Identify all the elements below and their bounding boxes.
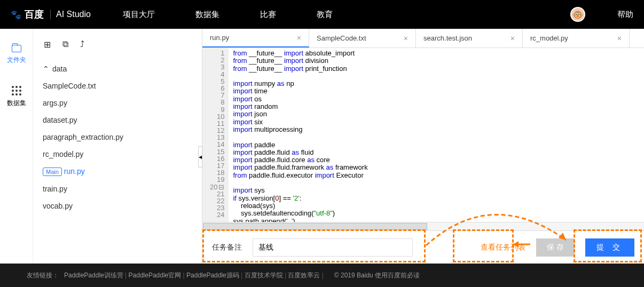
tab-label: SampleCode.txt [317, 34, 366, 42]
nav-datasets[interactable]: 数据集 [195, 10, 219, 20]
main-area: 文件夹 数据集 ⊞ ⧉ ⤴ ⌃ data SampleCode.txtargs.… [0, 29, 644, 264]
horizontal-scrollbar[interactable] [202, 222, 644, 230]
file-name: rc_model.py [43, 150, 83, 158]
rail-datasets-label: 数据集 [7, 99, 26, 108]
footer-link[interactable]: 百度技术学院 [245, 272, 283, 279]
submit-button[interactable]: 提 交 [585, 238, 634, 257]
page-footer: 友情链接： PaddlePaddle训练营 | PaddlePaddle官网 |… [0, 264, 644, 287]
scrollbar-thumb[interactable] [203, 223, 427, 230]
tree-file[interactable]: Mainrun.py [41, 163, 194, 180]
file-name: args.py [43, 99, 67, 107]
nav-competitions[interactable]: 比赛 [260, 10, 276, 20]
file-name: paragraph_extraction.py [43, 133, 123, 141]
file-name: train.py [43, 185, 67, 193]
baidu-logo-text: 百度 [25, 8, 44, 21]
tree-file[interactable]: paragraph_extraction.py [41, 129, 194, 146]
footer-link[interactable]: PaddlePaddle官网 [129, 272, 182, 279]
folder-icon [12, 45, 21, 52]
file-name: vocab.py [43, 202, 73, 210]
footer-link[interactable]: PaddlePaddle源码 [186, 272, 239, 279]
tree-file[interactable]: dataset.py [41, 111, 194, 129]
tree-file[interactable]: SampleCode.txt [41, 77, 194, 94]
code-content[interactable]: from __future__ import absolute_importfr… [229, 48, 372, 222]
studio-logo-text: AI Studio [50, 10, 91, 19]
paw-icon: 🐾 [11, 10, 21, 20]
nav-education[interactable]: 教育 [317, 10, 333, 20]
note-label: 任务备注 [212, 243, 242, 252]
top-header: 🐾 百度 AI Studio 项目大厅 数据集 比赛 教育 🐵 帮助 [0, 0, 644, 29]
new-file-icon[interactable]: ⊞ [44, 39, 51, 50]
tree-file[interactable]: args.py [41, 94, 194, 111]
task-footer: 任务备注 查看任务列表 保 存 提 交 [202, 230, 644, 264]
copyright: © 2019 Baidu 使用百度前必读 [334, 271, 420, 280]
tree-file[interactable]: vocab.py [41, 197, 194, 214]
close-icon[interactable]: × [404, 34, 408, 43]
upload-icon[interactable]: ⤴ [80, 39, 84, 50]
editor-tab[interactable]: run.py× [202, 29, 309, 47]
user-avatar[interactable]: 🐵 [570, 7, 585, 22]
file-panel: ⊞ ⧉ ⤴ ⌃ data SampleCode.txtargs.pydatase… [33, 29, 202, 264]
editor-tabs: run.py×SampleCode.txt×search.test.json×r… [202, 29, 644, 48]
file-toolbar: ⊞ ⧉ ⤴ [41, 39, 194, 50]
tab-label: search.test.json [423, 34, 472, 42]
nav-projects[interactable]: 项目大厅 [123, 10, 155, 20]
footer-link[interactable]: 百度效率云 [288, 272, 320, 279]
left-rail: 文件夹 数据集 [0, 29, 33, 264]
editor-area: ◀ run.py×SampleCode.txt×search.test.json… [202, 29, 644, 264]
rail-files-label: 文件夹 [7, 55, 26, 65]
editor-tab[interactable]: search.test.json× [416, 29, 523, 47]
file-name: run.py [64, 167, 85, 176]
tab-label: run.py [210, 34, 229, 42]
new-folder-icon[interactable]: ⧉ [62, 39, 68, 50]
close-icon[interactable]: × [297, 34, 301, 42]
rail-datasets[interactable]: 数据集 [7, 86, 26, 108]
close-icon[interactable]: × [617, 34, 622, 43]
file-tree: ⌃ data SampleCode.txtargs.pydataset.pypa… [41, 60, 194, 214]
line-gutter: 1234567891011121314151617181920⊟21222324 [202, 48, 229, 222]
chevron-icon: ⌃ [43, 65, 49, 73]
code-area[interactable]: 1234567891011121314151617181920⊟21222324… [202, 48, 644, 222]
close-icon[interactable]: × [511, 34, 515, 43]
grid-icon [12, 86, 21, 95]
tree-file[interactable]: rc_model.py [41, 146, 194, 163]
tab-label: rc_model.py [530, 34, 568, 42]
save-button[interactable]: 保 存 [536, 238, 575, 257]
links-prefix: 友情链接： [27, 271, 59, 280]
view-tasks-link[interactable]: 查看任务列表 [481, 243, 525, 252]
logo-area: 🐾 百度 AI Studio [11, 8, 91, 21]
tree-file[interactable]: train.py [41, 180, 194, 197]
footer-link[interactable]: PaddlePaddle训练营 [64, 272, 123, 279]
folder-label: data [52, 65, 67, 73]
main-badge: Main [43, 168, 62, 176]
collapse-handle[interactable]: ◀ [198, 146, 202, 168]
tree-folder-data[interactable]: ⌃ data [41, 60, 194, 77]
rail-files[interactable]: 文件夹 [7, 45, 26, 65]
help-link[interactable]: 帮助 [617, 10, 633, 20]
editor-tab[interactable]: SampleCode.txt× [309, 29, 416, 47]
file-name: dataset.py [43, 116, 77, 124]
editor-tab[interactable]: rc_model.py× [523, 29, 630, 47]
note-input[interactable] [253, 238, 413, 257]
file-name: SampleCode.txt [43, 82, 96, 90]
main-nav: 项目大厅 数据集 比赛 教育 [123, 10, 570, 20]
